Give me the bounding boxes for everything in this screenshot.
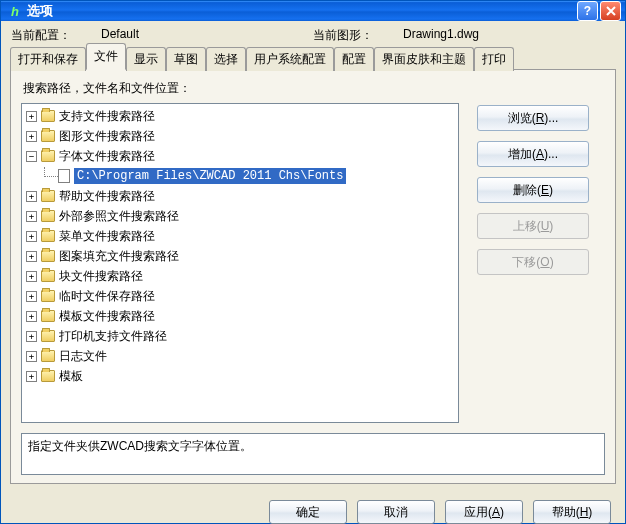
tree-node[interactable]: +打印机支持文件路径 — [22, 326, 458, 346]
current-profile-label: 当前配置： — [11, 27, 71, 44]
tab-3[interactable]: 草图 — [166, 47, 206, 71]
tabs-strip: 打开和保存文件显示草图选择用户系统配置配置界面皮肤和主题打印 — [10, 48, 616, 70]
expand-icon[interactable]: + — [26, 311, 37, 322]
tree-node[interactable]: +图案填充文件搜索路径 — [22, 246, 458, 266]
tab-4[interactable]: 选择 — [206, 47, 246, 71]
collapse-icon[interactable]: − — [26, 151, 37, 162]
apply-button[interactable]: 应用(A) — [445, 500, 523, 524]
titlebar-help-button[interactable]: ? — [577, 1, 598, 21]
tree-view[interactable]: +支持文件搜索路径+图形文件搜索路径−字体文件搜索路径C:\Program Fi… — [21, 103, 459, 423]
tab-7[interactable]: 界面皮肤和主题 — [374, 47, 474, 71]
folder-icon — [41, 150, 55, 162]
app-icon: h — [7, 3, 23, 19]
tab-5[interactable]: 用户系统配置 — [246, 47, 334, 71]
moveup-button: 上移(U) — [477, 213, 589, 239]
add-button[interactable]: 增加(A)... — [477, 141, 589, 167]
expand-icon[interactable]: + — [26, 131, 37, 142]
tree-node-label: 块文件搜索路径 — [59, 268, 143, 285]
tree-node[interactable]: +模板 — [22, 366, 458, 386]
tree-node-label: 模板 — [59, 368, 83, 385]
tab-panel: 搜索路径，文件名和文件位置： +支持文件搜索路径+图形文件搜索路径−字体文件搜索… — [10, 70, 616, 484]
tree-node[interactable]: +日志文件 — [22, 346, 458, 366]
tree-node[interactable]: +临时文件保存路径 — [22, 286, 458, 306]
tab-1[interactable]: 文件 — [86, 43, 126, 70]
tab-2[interactable]: 显示 — [126, 47, 166, 71]
tree-node[interactable]: +块文件搜索路径 — [22, 266, 458, 286]
titlebar: h 选项 ? — [1, 1, 625, 21]
expand-icon[interactable]: + — [26, 291, 37, 302]
footer-buttons: 确定 取消 应用(A) 帮助(H) — [1, 490, 625, 524]
tree-node[interactable]: +帮助文件搜索路径 — [22, 186, 458, 206]
remove-button[interactable]: 删除(E) — [477, 177, 589, 203]
tree-node-label: 字体文件搜索路径 — [59, 148, 155, 165]
window-title: 选项 — [27, 2, 577, 20]
expand-icon[interactable]: + — [26, 231, 37, 242]
folder-icon — [41, 210, 55, 222]
current-drawing-value: Drawing1.dwg — [403, 27, 479, 44]
tree-child-node[interactable]: C:\Program Files\ZWCAD 2011 Chs\Fonts — [22, 166, 458, 186]
tree-node-label: 模板文件搜索路径 — [59, 308, 155, 325]
folder-icon — [41, 330, 55, 342]
tree-node[interactable]: +模板文件搜索路径 — [22, 306, 458, 326]
folder-icon — [41, 250, 55, 262]
browse-button[interactable]: 浏览(R)... — [477, 105, 589, 131]
ok-button[interactable]: 确定 — [269, 500, 347, 524]
help-button[interactable]: 帮助(H) — [533, 500, 611, 524]
expand-icon[interactable]: + — [26, 191, 37, 202]
folder-icon — [41, 270, 55, 282]
tree-node[interactable]: +支持文件搜索路径 — [22, 106, 458, 126]
tree-node-label: 支持文件搜索路径 — [59, 108, 155, 125]
tree-node-label: 图案填充文件搜索路径 — [59, 248, 179, 265]
tree-node-label: 菜单文件搜索路径 — [59, 228, 155, 245]
tree-node-label: 临时文件保存路径 — [59, 288, 155, 305]
current-profile-value: Default — [101, 27, 139, 44]
folder-icon — [41, 190, 55, 202]
expand-icon[interactable]: + — [26, 211, 37, 222]
tree-node-label: 日志文件 — [59, 348, 107, 365]
folder-icon — [41, 310, 55, 322]
expand-icon[interactable]: + — [26, 111, 37, 122]
tree-node-label: 图形文件搜索路径 — [59, 128, 155, 145]
tree-node-label: 打印机支持文件路径 — [59, 328, 167, 345]
tree-child-label: C:\Program Files\ZWCAD 2011 Chs\Fonts — [74, 168, 346, 184]
current-drawing-label: 当前图形： — [313, 27, 373, 44]
expand-icon[interactable]: + — [26, 371, 37, 382]
expand-icon[interactable]: + — [26, 251, 37, 262]
options-dialog: h 选项 ? 当前配置： Default 当前图形： Drawing1.dwg … — [0, 0, 626, 524]
cancel-button[interactable]: 取消 — [357, 500, 435, 524]
tree-node[interactable]: −字体文件搜索路径 — [22, 146, 458, 166]
folder-icon — [41, 130, 55, 142]
tree-node[interactable]: +菜单文件搜索路径 — [22, 226, 458, 246]
tab-0[interactable]: 打开和保存 — [10, 47, 86, 71]
expand-icon[interactable]: + — [26, 331, 37, 342]
tree-node[interactable]: +图形文件搜索路径 — [22, 126, 458, 146]
folder-icon — [41, 290, 55, 302]
titlebar-close-button[interactable] — [600, 1, 621, 21]
folder-icon — [41, 110, 55, 122]
movedown-button: 下移(O) — [477, 249, 589, 275]
expand-icon[interactable]: + — [26, 351, 37, 362]
folder-icon — [41, 230, 55, 242]
status-description: 指定文件夹供ZWCAD搜索文字字体位置。 — [21, 433, 605, 475]
folder-icon — [41, 370, 55, 382]
tab-6[interactable]: 配置 — [334, 47, 374, 71]
tree-node-label: 外部参照文件搜索路径 — [59, 208, 179, 225]
file-icon — [58, 169, 70, 183]
expand-icon[interactable]: + — [26, 271, 37, 282]
close-icon — [606, 6, 616, 16]
tab-8[interactable]: 打印 — [474, 47, 514, 71]
tree-node[interactable]: +外部参照文件搜索路径 — [22, 206, 458, 226]
tree-node-label: 帮助文件搜索路径 — [59, 188, 155, 205]
section-label: 搜索路径，文件名和文件位置： — [23, 80, 605, 97]
folder-icon — [41, 350, 55, 362]
